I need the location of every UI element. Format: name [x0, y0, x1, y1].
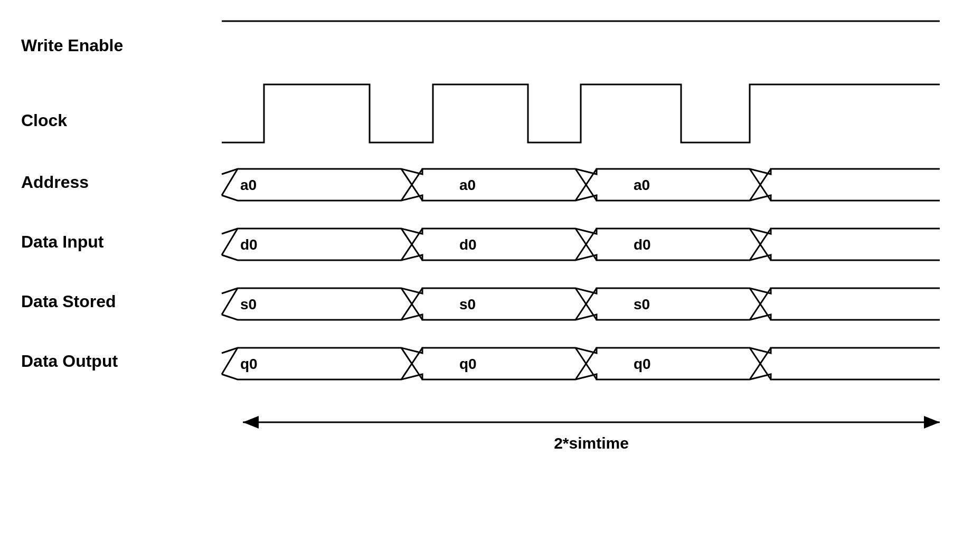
dimension-arrow-left — [243, 416, 259, 429]
datain-val-2: d0 — [634, 236, 651, 253]
datain-bottom-rail — [222, 255, 940, 260]
timing-diagram-container: Write Enable Clock Address Data Input Da… — [0, 0, 963, 560]
dataout-val-0: q0 — [240, 356, 258, 372]
dataout-val-2: q0 — [634, 356, 651, 372]
datastored-val-1: s0 — [459, 296, 476, 312]
address-val-2: a0 — [634, 177, 650, 193]
dataout-bottom-rail — [222, 374, 940, 379]
clock-signal — [222, 84, 940, 143]
address-top-rail — [222, 169, 940, 174]
datastored-val-0: s0 — [240, 296, 257, 312]
datastored-val-2: s0 — [634, 296, 650, 312]
datastored-top-rail — [222, 288, 940, 293]
address-val-0: a0 — [240, 177, 257, 193]
datain-top-rail — [222, 229, 940, 234]
dimension-arrow-right — [924, 416, 940, 429]
address-val-1: a0 — [459, 177, 476, 193]
datain-val-0: d0 — [240, 236, 258, 253]
address-bottom-rail — [222, 195, 940, 201]
dimension-label: 2*simtime — [554, 434, 629, 452]
dataout-val-1: q0 — [459, 356, 477, 372]
datastored-bottom-rail — [222, 315, 940, 320]
timing-svg: a0 a0 a0 d0 d0 d0 s0 s0 s0 — [0, 0, 963, 560]
dataout-top-rail — [222, 348, 940, 353]
datain-val-1: d0 — [459, 236, 477, 253]
